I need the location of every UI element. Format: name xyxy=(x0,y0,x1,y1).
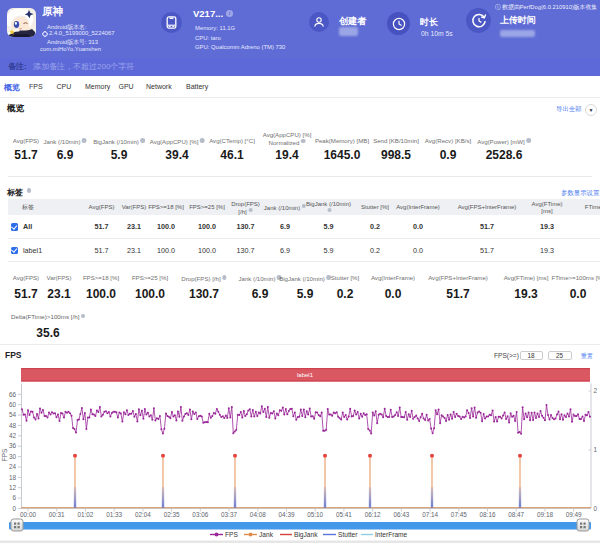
svg-text:05:41: 05:41 xyxy=(336,511,352,518)
svg-text:00:00: 00:00 xyxy=(20,511,36,518)
svg-text:2: 2 xyxy=(594,387,598,394)
svg-text:08:16: 08:16 xyxy=(480,511,496,518)
svg-text:06:12: 06:12 xyxy=(365,511,381,518)
svg-text:00:31: 00:31 xyxy=(49,511,65,518)
svg-text:05:10: 05:10 xyxy=(307,511,323,518)
svg-text:FPS: FPS xyxy=(225,531,238,538)
svg-text:02:35: 02:35 xyxy=(164,511,180,518)
svg-text:24: 24 xyxy=(9,463,17,470)
svg-text:66: 66 xyxy=(9,391,17,398)
svg-text:36: 36 xyxy=(9,442,17,449)
svg-text:FPS: FPS xyxy=(1,449,8,461)
svg-text:03:06: 03:06 xyxy=(192,511,208,518)
svg-text:12: 12 xyxy=(9,484,17,491)
svg-text:18: 18 xyxy=(9,474,17,481)
svg-text:Stutter: Stutter xyxy=(338,531,358,538)
svg-text:01:33: 01:33 xyxy=(106,511,122,518)
svg-text:Jank: Jank xyxy=(259,531,274,538)
svg-text:02:04: 02:04 xyxy=(135,511,151,518)
svg-text:1: 1 xyxy=(594,446,598,453)
svg-text:0: 0 xyxy=(594,505,598,512)
svg-text:07:45: 07:45 xyxy=(451,511,467,518)
svg-text:07:14: 07:14 xyxy=(422,511,438,518)
svg-text:60: 60 xyxy=(9,401,17,408)
svg-text:04:08: 04:08 xyxy=(250,511,266,518)
svg-text:06:43: 06:43 xyxy=(393,511,409,518)
svg-text:09:18: 09:18 xyxy=(537,511,553,518)
svg-text:InterFrame: InterFrame xyxy=(375,531,408,538)
svg-text:09:49: 09:49 xyxy=(566,511,582,518)
svg-text:42: 42 xyxy=(9,432,17,439)
svg-text:6: 6 xyxy=(12,494,16,501)
svg-text:BigJank: BigJank xyxy=(294,531,318,539)
svg-text:0: 0 xyxy=(12,505,16,512)
svg-text:48: 48 xyxy=(9,422,17,429)
svg-text:30: 30 xyxy=(9,453,17,460)
svg-text:04:39: 04:39 xyxy=(279,511,295,518)
svg-text:54: 54 xyxy=(9,411,17,418)
svg-text:08:47: 08:47 xyxy=(508,511,524,518)
svg-text:03:37: 03:37 xyxy=(221,511,237,518)
svg-text:01:02: 01:02 xyxy=(77,511,93,518)
svg-text:label1: label1 xyxy=(297,372,314,378)
